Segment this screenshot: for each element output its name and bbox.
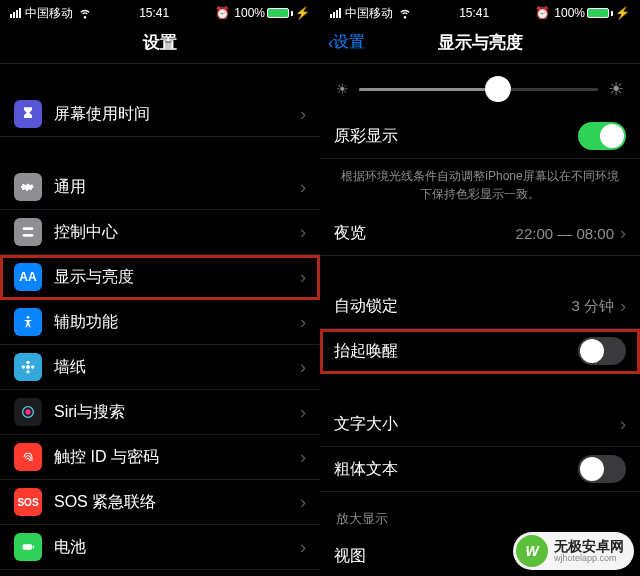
- chevron-right-icon: ›: [620, 414, 626, 435]
- display-brightness-screen: 中国移动 15:41 ⏰ 100% ⚡ ‹设置 显示与亮度 ☀︎ ☀︎ 原彩: [320, 0, 640, 576]
- chevron-right-icon: ›: [620, 296, 626, 317]
- charging-icon: ⚡: [615, 6, 630, 20]
- svg-rect-0: [23, 227, 34, 230]
- sun-large-icon: ☀︎: [608, 78, 624, 100]
- row-auto-lock[interactable]: 自动锁定 3 分钟 ›: [320, 284, 640, 329]
- sun-small-icon: ☀︎: [336, 81, 349, 97]
- bold-text-toggle[interactable]: [578, 455, 626, 483]
- gear-icon: [14, 173, 42, 201]
- watermark-logo-icon: W: [516, 535, 548, 567]
- svg-point-3: [26, 365, 30, 369]
- chevron-right-icon: ›: [300, 357, 306, 378]
- chevron-right-icon: ›: [620, 223, 626, 244]
- raise-to-wake-toggle[interactable]: [578, 337, 626, 365]
- chevron-right-icon: ›: [300, 222, 306, 243]
- watermark-url: wjhotelapp.com: [554, 554, 624, 563]
- row-label: 通用: [54, 177, 300, 198]
- row-general[interactable]: 通用 ›: [0, 165, 320, 210]
- row-label: 辅助功能: [54, 312, 300, 333]
- settings-screen: 中国移动 15:41 ⏰ 100% ⚡ 设置 屏幕使用时间 ›: [0, 0, 320, 576]
- row-touch-id[interactable]: 触控 ID 与密码 ›: [0, 435, 320, 480]
- battery-icon: [14, 533, 42, 561]
- row-label: 原彩显示: [334, 126, 578, 147]
- chevron-right-icon: ›: [300, 537, 306, 558]
- chevron-right-icon: ›: [300, 267, 306, 288]
- svg-point-6: [22, 365, 25, 368]
- back-button[interactable]: ‹设置: [328, 32, 365, 53]
- row-value: 3 分钟: [571, 297, 614, 316]
- battery-icon: [587, 8, 609, 18]
- battery-indicator: 100% ⚡: [554, 6, 630, 20]
- row-label: SOS 紧急联络: [54, 492, 300, 513]
- row-label: 墙纸: [54, 357, 300, 378]
- time-label: 15:41: [459, 6, 489, 20]
- svg-point-4: [26, 361, 29, 364]
- text-size-icon: AA: [14, 263, 42, 291]
- alarm-icon: ⏰: [535, 6, 550, 20]
- battery-icon: [267, 8, 289, 18]
- watermark-title: 无极安卓网: [554, 539, 624, 554]
- carrier-label: 中国移动: [25, 5, 73, 22]
- row-siri[interactable]: Siri与搜索 ›: [0, 390, 320, 435]
- alarm-icon: ⏰: [215, 6, 230, 20]
- svg-point-5: [26, 370, 29, 373]
- signal-icon: [10, 8, 21, 18]
- row-label: 触控 ID 与密码: [54, 447, 300, 468]
- signal-icon: [330, 8, 341, 18]
- svg-rect-10: [23, 544, 32, 549]
- siri-icon: [14, 398, 42, 426]
- page-title: 设置: [143, 31, 177, 54]
- accessibility-icon: [14, 308, 42, 336]
- row-raise-to-wake: 抬起唤醒: [320, 329, 640, 374]
- wifi-icon: [77, 4, 93, 23]
- time-label: 15:41: [139, 6, 169, 20]
- row-wallpaper[interactable]: 墙纸 ›: [0, 345, 320, 390]
- row-true-tone: 原彩显示: [320, 114, 640, 159]
- svg-rect-1: [23, 234, 34, 237]
- fingerprint-icon: [14, 443, 42, 471]
- row-label: 粗体文本: [334, 459, 578, 480]
- row-label: 夜览: [334, 223, 516, 244]
- wifi-icon: [397, 4, 413, 23]
- chevron-right-icon: ›: [300, 402, 306, 423]
- row-label: 电池: [54, 537, 300, 558]
- brightness-slider[interactable]: ☀︎ ☀︎: [320, 64, 640, 114]
- navbar: ‹设置 显示与亮度: [320, 22, 640, 64]
- row-battery[interactable]: 电池 ›: [0, 525, 320, 570]
- row-sos[interactable]: SOS SOS 紧急联络 ›: [0, 480, 320, 525]
- chevron-right-icon: ›: [300, 104, 306, 125]
- navbar: 设置: [0, 22, 320, 64]
- row-value: 22:00 — 08:00: [516, 225, 614, 242]
- svg-point-2: [27, 316, 30, 319]
- row-screen-time[interactable]: 屏幕使用时间 ›: [0, 92, 320, 137]
- carrier-label: 中国移动: [345, 5, 393, 22]
- flower-icon: [14, 353, 42, 381]
- watermark: W 无极安卓网 wjhotelapp.com: [513, 532, 634, 570]
- true-tone-toggle[interactable]: [578, 122, 626, 150]
- zoom-header: 放大显示: [320, 492, 640, 534]
- chevron-right-icon: ›: [300, 177, 306, 198]
- chevron-right-icon: ›: [300, 447, 306, 468]
- row-privacy[interactable]: 隐私 ›: [0, 570, 320, 576]
- row-night-shift[interactable]: 夜览 22:00 — 08:00 ›: [320, 211, 640, 256]
- status-bar: 中国移动 15:41 ⏰ 100% ⚡: [320, 0, 640, 22]
- row-label: 显示与亮度: [54, 267, 300, 288]
- svg-rect-11: [33, 546, 34, 549]
- row-text-size[interactable]: 文字大小 ›: [320, 402, 640, 447]
- row-bold-text: 粗体文本: [320, 447, 640, 492]
- row-label: 控制中心: [54, 222, 300, 243]
- charging-icon: ⚡: [295, 6, 310, 20]
- status-bar: 中国移动 15:41 ⏰ 100% ⚡: [0, 0, 320, 22]
- row-control-center[interactable]: 控制中心 ›: [0, 210, 320, 255]
- row-label: Siri与搜索: [54, 402, 300, 423]
- row-label: 屏幕使用时间: [54, 104, 300, 125]
- page-title: 显示与亮度: [438, 31, 523, 54]
- row-accessibility[interactable]: 辅助功能 ›: [0, 300, 320, 345]
- hourglass-icon: [14, 100, 42, 128]
- battery-indicator: 100% ⚡: [234, 6, 310, 20]
- row-label: 抬起唤醒: [334, 341, 578, 362]
- chevron-right-icon: ›: [300, 312, 306, 333]
- sos-icon: SOS: [14, 488, 42, 516]
- row-display-brightness[interactable]: AA 显示与亮度 ›: [0, 255, 320, 300]
- row-label: 自动锁定: [334, 296, 571, 317]
